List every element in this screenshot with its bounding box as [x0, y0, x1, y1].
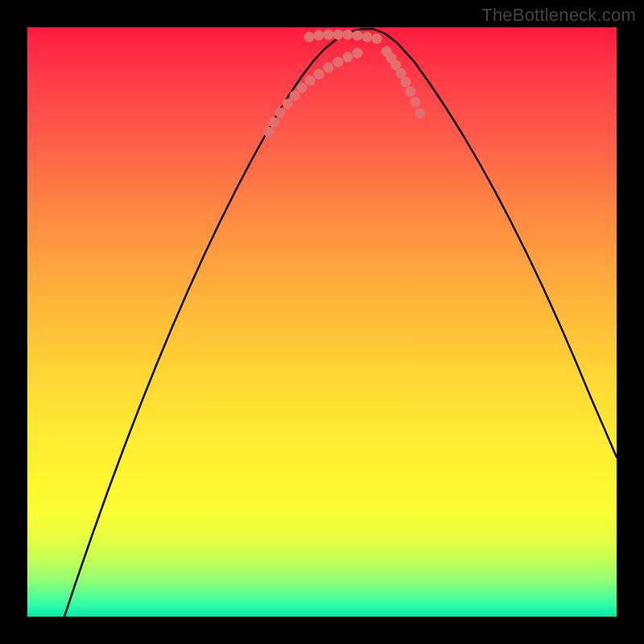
data-dot	[372, 34, 382, 44]
watermark-text: TheBottleneck.com	[481, 5, 636, 26]
plot-area	[27, 27, 617, 617]
data-dot	[324, 30, 334, 40]
data-dot	[333, 30, 344, 40]
data-dot	[264, 127, 275, 138]
data-dot	[353, 48, 363, 59]
data-dot	[290, 91, 300, 101]
data-dot	[314, 69, 324, 80]
chart-frame: TheBottleneck.com	[0, 0, 644, 644]
data-dot	[353, 31, 363, 41]
data-dot	[415, 109, 426, 119]
bottom-dots-right	[382, 47, 426, 119]
data-dot	[406, 87, 416, 97]
data-dot	[283, 99, 293, 109]
data-dot	[401, 77, 411, 88]
data-dot	[411, 97, 421, 108]
data-dot	[333, 57, 344, 68]
data-dot	[343, 30, 353, 40]
bottleneck-curve	[64, 29, 617, 617]
data-dot	[343, 52, 353, 63]
data-dot	[324, 63, 334, 73]
data-dot	[314, 31, 324, 41]
chart-svg	[27, 27, 617, 617]
data-dot	[297, 83, 308, 93]
data-dot	[305, 76, 316, 86]
data-dot	[362, 32, 373, 43]
data-dot	[275, 108, 286, 118]
data-dot	[304, 32, 315, 43]
data-dot	[396, 68, 407, 79]
data-dot	[269, 118, 279, 128]
bottom-dots-flat	[304, 30, 382, 44]
